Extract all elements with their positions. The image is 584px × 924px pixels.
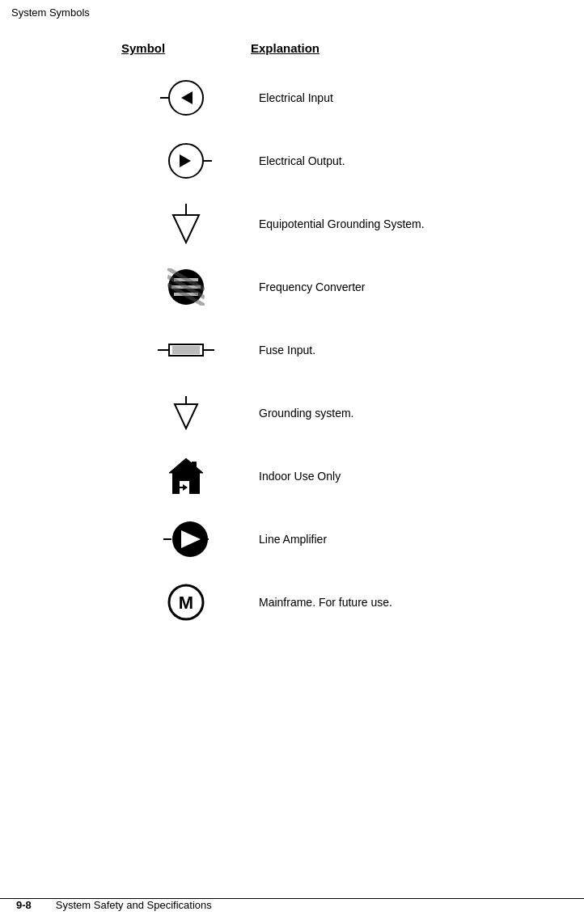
row-mainframe: M Mainframe. For future use. — [121, 574, 560, 631]
indoor-use-only-icon — [167, 457, 205, 496]
frequency-converter-icon — [167, 268, 205, 306]
electrical-output-arrow — [180, 154, 191, 167]
symbol-table: Symbol Explanation Electrical Input Elec… — [121, 41, 560, 631]
row-equipotential-grounding: Equipotential Grounding System. — [121, 196, 560, 252]
electrical-output-icon — [168, 143, 204, 179]
equipotential-grounding-icon — [170, 204, 202, 244]
symbol-electrical-input — [121, 80, 251, 116]
column-headers: Symbol Explanation — [121, 41, 560, 55]
page-footer: 9-8 System Safety and Specifications — [0, 898, 584, 911]
row-line-amplifier: Line Amplifier — [121, 511, 560, 567]
explanation-column-header: Explanation — [251, 41, 493, 55]
explanation-electrical-input: Electrical Input — [251, 91, 510, 104]
svg-marker-16 — [175, 404, 197, 428]
symbol-indoor-use-only — [121, 457, 251, 496]
row-fuse-input: Fuse Input. — [121, 322, 560, 378]
electrical-input-arrow — [181, 91, 193, 104]
explanation-frequency-converter: Frequency Converter — [251, 281, 510, 293]
symbol-electrical-output — [121, 143, 251, 179]
footer-page-number: 9-8 — [16, 899, 32, 911]
explanation-grounding-system: Grounding system. — [251, 407, 510, 420]
fuse-input-icon — [158, 342, 214, 358]
explanation-equipotential-grounding: Equipotential Grounding System. — [251, 217, 510, 230]
row-indoor-use-only: Indoor Use Only — [121, 448, 560, 504]
symbol-line-amplifier — [121, 521, 251, 558]
explanation-electrical-output: Electrical Output. — [251, 154, 510, 167]
line-amplifier-icon — [163, 521, 209, 558]
explanation-indoor-use-only: Indoor Use Only — [251, 470, 510, 483]
footer-title: System Safety and Specifications — [56, 899, 212, 911]
row-electrical-input: Electrical Input — [121, 70, 560, 126]
row-electrical-output: Electrical Output. — [121, 133, 560, 189]
row-frequency-converter: Frequency Converter — [121, 259, 560, 315]
mainframe-icon: M — [167, 584, 205, 621]
svg-marker-1 — [173, 215, 199, 243]
main-content: Symbol Explanation Electrical Input Elec… — [0, 25, 584, 669]
header-title: System Symbols — [11, 6, 90, 19]
symbol-mainframe: M — [121, 584, 251, 621]
electrical-input-icon — [168, 80, 204, 116]
symbol-frequency-converter — [121, 268, 251, 306]
explanation-mainframe: Mainframe. For future use. — [251, 596, 510, 609]
row-grounding-system: Grounding system. — [121, 385, 560, 441]
grounding-system-icon — [170, 396, 202, 430]
svg-text:M: M — [179, 593, 193, 613]
symbol-fuse-input — [121, 342, 251, 358]
explanation-line-amplifier: Line Amplifier — [251, 533, 510, 546]
symbol-column-header: Symbol — [121, 41, 251, 55]
page-header: System Symbols — [0, 0, 584, 25]
explanation-fuse-input: Fuse Input. — [251, 344, 510, 357]
svg-rect-22 — [192, 462, 197, 470]
symbol-grounding-system — [121, 396, 251, 430]
symbol-equipotential-grounding — [121, 204, 251, 244]
svg-marker-17 — [169, 458, 203, 473]
svg-rect-13 — [172, 346, 200, 354]
